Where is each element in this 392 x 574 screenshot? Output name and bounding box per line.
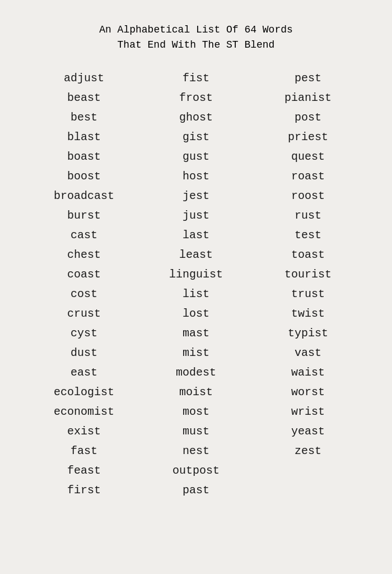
column-2: fistfrostghostgistgusthostjestjustlastle…	[140, 70, 252, 499]
word-item: typist	[288, 325, 328, 342]
word-item: jest	[183, 187, 209, 205]
word-item: tourist	[284, 266, 332, 283]
word-item: wrist	[291, 403, 325, 420]
word-item: mist	[183, 344, 209, 362]
word-item: nest	[183, 442, 209, 460]
word-item: economist	[54, 403, 114, 420]
word-item: ghost	[179, 109, 213, 126]
word-item: fast	[71, 442, 97, 460]
word-item: list	[183, 285, 209, 303]
column-1: adjustbeastbestblastboastboostbroadcastb…	[28, 70, 140, 499]
word-item: toast	[291, 246, 325, 263]
word-item: boost	[67, 168, 101, 185]
word-item: roost	[291, 187, 325, 205]
word-item: cyst	[71, 325, 97, 342]
word-item: quest	[291, 148, 325, 165]
word-item: ecologist	[54, 383, 114, 401]
word-item: gust	[183, 148, 209, 165]
word-item: coast	[67, 266, 101, 283]
word-item: boast	[67, 148, 101, 165]
word-item: fist	[183, 70, 209, 87]
word-item: moist	[179, 383, 213, 401]
word-item: feast	[67, 462, 101, 479]
word-grid: adjustbeastbestblastboastboostbroadcastb…	[28, 70, 364, 499]
word-item: mast	[183, 325, 209, 342]
word-item: trust	[291, 285, 325, 303]
title-line1: An Alphabetical List Of 64 Words	[99, 22, 293, 38]
word-item: east	[71, 364, 97, 381]
word-item: most	[183, 403, 209, 420]
word-item: least	[179, 246, 213, 263]
word-item: worst	[291, 383, 325, 401]
word-item: blast	[67, 128, 101, 146]
word-item: priest	[288, 128, 328, 146]
word-item: gist	[183, 128, 209, 146]
word-item: post	[295, 109, 321, 126]
word-item: past	[183, 482, 209, 499]
word-item: linguist	[169, 266, 223, 283]
word-item: modest	[176, 364, 216, 381]
word-item: just	[183, 207, 209, 224]
word-item: zest	[295, 442, 321, 460]
word-item: burst	[67, 207, 101, 224]
word-item: best	[71, 109, 97, 126]
title-line2: That End With The ST Blend	[99, 38, 293, 53]
word-item: chest	[67, 246, 101, 263]
word-item: pianist	[284, 89, 332, 107]
word-item: lost	[183, 305, 209, 322]
word-item: outpost	[172, 462, 220, 479]
word-item: exist	[67, 423, 101, 440]
word-item: first	[67, 482, 101, 499]
word-item: beast	[67, 89, 101, 107]
word-item: adjust	[64, 70, 104, 87]
word-item: must	[183, 423, 209, 440]
word-item: test	[295, 226, 321, 244]
word-item: dust	[71, 344, 97, 362]
word-item: vast	[295, 344, 321, 362]
word-item: frost	[179, 89, 213, 107]
word-item: broadcast	[54, 187, 114, 205]
word-item: rust	[295, 207, 321, 224]
word-item: crust	[67, 305, 101, 322]
word-item: last	[183, 226, 209, 244]
word-item: host	[183, 168, 209, 185]
word-item: cost	[71, 285, 97, 303]
word-item: cast	[71, 226, 97, 244]
column-3: pestpianistpostpriestquestroastroostrust…	[252, 70, 364, 499]
word-item: yeast	[291, 423, 325, 440]
word-item: twist	[291, 305, 325, 322]
word-item: roast	[291, 168, 325, 185]
word-item: pest	[295, 70, 321, 87]
word-item: waist	[291, 364, 325, 381]
page-title: An Alphabetical List Of 64 Words That En…	[99, 22, 293, 53]
